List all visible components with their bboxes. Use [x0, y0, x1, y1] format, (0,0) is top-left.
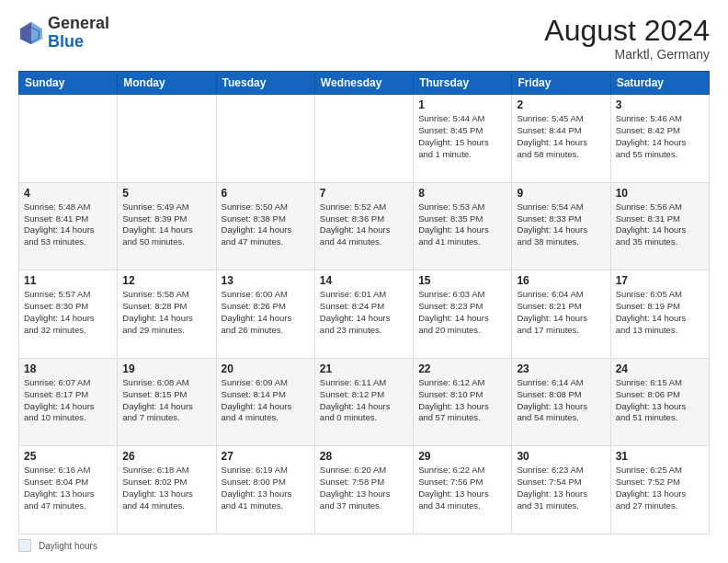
- day-number: 21: [320, 362, 408, 375]
- day-info: Sunrise: 6:09 AM Sunset: 8:14 PM Dayligh…: [222, 377, 310, 424]
- calendar-header-row: Sunday Monday Tuesday Wednesday Thursday…: [19, 72, 710, 95]
- col-wednesday: Wednesday: [314, 72, 413, 95]
- calendar-week-5: 25Sunrise: 6:16 AM Sunset: 8:04 PM Dayli…: [19, 446, 710, 534]
- day-info: Sunrise: 6:01 AM Sunset: 8:24 PM Dayligh…: [320, 289, 408, 336]
- calendar-cell-5-5: 29Sunrise: 6:22 AM Sunset: 7:56 PM Dayli…: [414, 446, 512, 534]
- calendar-cell-1-7: 3Sunrise: 5:46 AM Sunset: 8:42 PM Daylig…: [610, 95, 709, 183]
- day-number: 20: [222, 362, 310, 375]
- calendar-cell-2-5: 8Sunrise: 5:53 AM Sunset: 8:35 PM Daylig…: [414, 182, 512, 270]
- location: Marktl, Germany: [544, 47, 710, 62]
- day-number: 9: [517, 187, 605, 200]
- day-number: 5: [122, 187, 210, 200]
- day-number: 1: [418, 98, 506, 111]
- day-info: Sunrise: 5:44 AM Sunset: 8:45 PM Dayligh…: [418, 113, 506, 160]
- day-number: 13: [222, 274, 310, 287]
- day-number: 24: [616, 362, 704, 375]
- calendar-week-1: 1Sunrise: 5:44 AM Sunset: 8:45 PM Daylig…: [19, 95, 710, 183]
- day-number: 7: [320, 187, 408, 200]
- calendar-cell-4-3: 20Sunrise: 6:09 AM Sunset: 8:14 PM Dayli…: [216, 358, 314, 446]
- logo-icon: [18, 20, 44, 46]
- footer: Daylight hours: [18, 539, 710, 552]
- day-info: Sunrise: 5:57 AM Sunset: 8:30 PM Dayligh…: [24, 289, 112, 336]
- calendar-cell-2-6: 9Sunrise: 5:54 AM Sunset: 8:33 PM Daylig…: [512, 182, 610, 270]
- calendar-cell-5-4: 28Sunrise: 6:20 AM Sunset: 7:58 PM Dayli…: [314, 446, 413, 534]
- calendar-cell-5-2: 26Sunrise: 6:18 AM Sunset: 8:02 PM Dayli…: [118, 446, 216, 534]
- calendar-cell-4-1: 18Sunrise: 6:07 AM Sunset: 8:17 PM Dayli…: [19, 358, 118, 446]
- calendar-cell-3-2: 12Sunrise: 5:58 AM Sunset: 8:28 PM Dayli…: [118, 270, 216, 359]
- calendar-cell-3-3: 13Sunrise: 6:00 AM Sunset: 8:26 PM Dayli…: [216, 270, 314, 359]
- col-saturday: Saturday: [610, 72, 709, 95]
- calendar-cell-3-1: 11Sunrise: 5:57 AM Sunset: 8:30 PM Dayli…: [19, 270, 118, 359]
- day-number: 11: [24, 274, 112, 287]
- day-number: 4: [24, 187, 112, 200]
- calendar-cell-2-3: 6Sunrise: 5:50 AM Sunset: 8:38 PM Daylig…: [216, 182, 314, 270]
- day-info: Sunrise: 6:18 AM Sunset: 8:02 PM Dayligh…: [122, 465, 210, 511]
- day-number: 29: [418, 450, 506, 463]
- col-sunday: Sunday: [19, 72, 118, 95]
- calendar-cell-5-6: 30Sunrise: 6:23 AM Sunset: 7:54 PM Dayli…: [512, 446, 610, 534]
- day-number: 14: [320, 274, 408, 287]
- calendar-cell-3-4: 14Sunrise: 6:01 AM Sunset: 8:24 PM Dayli…: [314, 270, 413, 359]
- day-info: Sunrise: 6:22 AM Sunset: 7:56 PM Dayligh…: [418, 465, 506, 511]
- calendar-cell-2-7: 10Sunrise: 5:56 AM Sunset: 8:31 PM Dayli…: [610, 182, 709, 270]
- logo-text: General Blue: [48, 15, 109, 52]
- day-info: Sunrise: 6:14 AM Sunset: 8:08 PM Dayligh…: [517, 377, 605, 424]
- calendar-cell-5-7: 31Sunrise: 6:25 AM Sunset: 7:52 PM Dayli…: [610, 446, 709, 534]
- calendar-cell-5-3: 27Sunrise: 6:19 AM Sunset: 8:00 PM Dayli…: [216, 446, 314, 534]
- day-number: 22: [418, 362, 506, 375]
- col-tuesday: Tuesday: [216, 72, 314, 95]
- day-number: 23: [517, 362, 605, 375]
- day-number: 10: [616, 187, 704, 200]
- day-number: 2: [517, 98, 605, 111]
- calendar-cell-2-2: 5Sunrise: 5:49 AM Sunset: 8:39 PM Daylig…: [118, 182, 216, 270]
- col-thursday: Thursday: [414, 72, 512, 95]
- day-info: Sunrise: 6:25 AM Sunset: 7:52 PM Dayligh…: [616, 465, 704, 511]
- calendar-cell-1-3: [216, 95, 314, 183]
- day-info: Sunrise: 6:16 AM Sunset: 8:04 PM Dayligh…: [24, 465, 112, 511]
- day-info: Sunrise: 6:23 AM Sunset: 7:54 PM Dayligh…: [517, 465, 605, 511]
- calendar-cell-1-4: [314, 95, 413, 183]
- day-info: Sunrise: 5:54 AM Sunset: 8:33 PM Dayligh…: [517, 201, 605, 248]
- day-number: 25: [24, 450, 112, 463]
- day-info: Sunrise: 6:00 AM Sunset: 8:26 PM Dayligh…: [222, 289, 310, 336]
- day-number: 6: [222, 187, 310, 200]
- calendar-cell-1-6: 2Sunrise: 5:45 AM Sunset: 8:44 PM Daylig…: [512, 95, 610, 183]
- day-info: Sunrise: 6:07 AM Sunset: 8:17 PM Dayligh…: [24, 377, 112, 424]
- calendar-week-3: 11Sunrise: 5:57 AM Sunset: 8:30 PM Dayli…: [19, 270, 710, 359]
- title-block: August 2024 Marktl, Germany: [544, 15, 710, 62]
- day-info: Sunrise: 6:11 AM Sunset: 8:12 PM Dayligh…: [320, 377, 408, 424]
- day-info: Sunrise: 5:45 AM Sunset: 8:44 PM Dayligh…: [517, 113, 605, 160]
- calendar-cell-1-1: [19, 95, 118, 183]
- day-number: 16: [517, 274, 605, 287]
- day-number: 31: [616, 450, 704, 463]
- day-number: 15: [418, 274, 506, 287]
- calendar-cell-3-6: 16Sunrise: 6:04 AM Sunset: 8:21 PM Dayli…: [512, 270, 610, 359]
- day-number: 26: [122, 450, 210, 463]
- day-number: 12: [122, 274, 210, 287]
- calendar-week-4: 18Sunrise: 6:07 AM Sunset: 8:17 PM Dayli…: [19, 358, 710, 446]
- day-number: 17: [616, 274, 704, 287]
- calendar-cell-3-5: 15Sunrise: 6:03 AM Sunset: 8:23 PM Dayli…: [414, 270, 512, 359]
- day-number: 18: [24, 362, 112, 375]
- col-monday: Monday: [118, 72, 216, 95]
- day-info: Sunrise: 6:04 AM Sunset: 8:21 PM Dayligh…: [517, 289, 605, 336]
- day-info: Sunrise: 5:52 AM Sunset: 8:36 PM Dayligh…: [320, 201, 408, 248]
- day-info: Sunrise: 6:12 AM Sunset: 8:10 PM Dayligh…: [418, 377, 506, 424]
- month-year: August 2024: [544, 15, 710, 47]
- calendar-week-2: 4Sunrise: 5:48 AM Sunset: 8:41 PM Daylig…: [19, 182, 710, 270]
- day-info: Sunrise: 6:15 AM Sunset: 8:06 PM Dayligh…: [616, 377, 704, 424]
- svg-marker-2: [20, 22, 31, 44]
- page: General Blue August 2024 Marktl, Germany…: [0, 0, 728, 563]
- day-info: Sunrise: 5:53 AM Sunset: 8:35 PM Dayligh…: [418, 201, 506, 248]
- day-info: Sunrise: 5:50 AM Sunset: 8:38 PM Dayligh…: [222, 201, 310, 248]
- calendar-table: Sunday Monday Tuesday Wednesday Thursday…: [18, 71, 710, 534]
- day-info: Sunrise: 5:56 AM Sunset: 8:31 PM Dayligh…: [616, 201, 704, 248]
- calendar-cell-5-1: 25Sunrise: 6:16 AM Sunset: 8:04 PM Dayli…: [19, 446, 118, 534]
- day-number: 30: [517, 450, 605, 463]
- daylight-label: Daylight hours: [39, 541, 97, 551]
- calendar-cell-4-4: 21Sunrise: 6:11 AM Sunset: 8:12 PM Dayli…: [314, 358, 413, 446]
- day-info: Sunrise: 6:08 AM Sunset: 8:15 PM Dayligh…: [122, 377, 210, 424]
- day-info: Sunrise: 5:58 AM Sunset: 8:28 PM Dayligh…: [122, 289, 210, 336]
- logo-general: General: [48, 14, 109, 32]
- day-number: 28: [320, 450, 408, 463]
